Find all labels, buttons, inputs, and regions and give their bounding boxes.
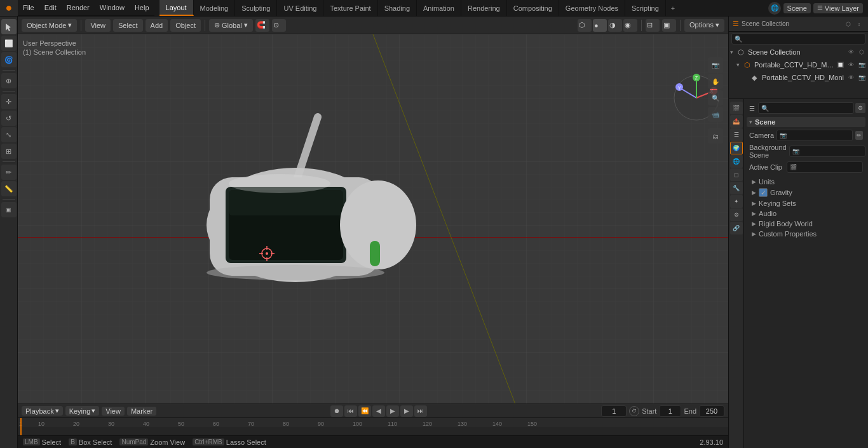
select-menu[interactable]: Select: [113, 19, 143, 32]
gravity-checkbox[interactable]: ✓: [759, 188, 768, 197]
annotate-tool[interactable]: ✏: [1, 165, 17, 180]
options-button[interactable]: Options ▾: [684, 19, 724, 32]
next-keyframe-button[interactable]: ▶: [400, 405, 413, 417]
cctv-monitor-row[interactable]: ▾ ⬡ Portable_CCTV_HD_Monitor_! 🔲 👁 📷: [729, 58, 868, 71]
add-cube-tool[interactable]: ▣: [1, 202, 17, 217]
3d-viewport[interactable]: User Perspective (1) Scene Collection X: [18, 34, 728, 404]
active-clip-value[interactable]: 🎬: [787, 161, 863, 173]
rigid-body-expandable[interactable]: ▶ Rigid Body World: [747, 219, 865, 229]
timeline-view-menu[interactable]: View: [102, 407, 125, 416]
measure-tool[interactable]: 📏: [1, 181, 17, 196]
viewport-camera2-icon[interactable]: 📹: [708, 107, 723, 122]
tab-uv-editing[interactable]: UV Editing: [277, 0, 323, 16]
transform-orientation[interactable]: ⊕ Global ▾: [209, 19, 253, 32]
box-select-tool[interactable]: ⬜: [1, 36, 17, 51]
scene-collection-row[interactable]: ▾ ⬡ Scene Collection 👁 ⬡: [729, 46, 868, 58]
playback-menu[interactable]: Playback ▾: [22, 406, 63, 416]
wireframe-shading[interactable]: ⬡: [578, 19, 592, 32]
overlay-toggle[interactable]: ⊟: [646, 19, 660, 32]
view-menu[interactable]: View: [85, 19, 111, 32]
solid-shading[interactable]: ●: [593, 19, 607, 32]
rotate-tool[interactable]: ↺: [1, 111, 17, 126]
jump-start-button[interactable]: ⏮: [344, 405, 357, 417]
menu-edit[interactable]: Edit: [39, 0, 62, 15]
cctv-sub-row[interactable]: ▾ ◆ Portable_CCTV_HD_Moni 👁 📷: [729, 71, 868, 84]
xray-toggle[interactable]: ▣: [662, 19, 676, 32]
proportional-edit[interactable]: ⊙: [272, 19, 286, 32]
prop-output-icon[interactable]: 📤: [730, 115, 743, 128]
marker-menu[interactable]: Marker: [127, 407, 156, 416]
tab-geometry-nodes[interactable]: Geometry Nodes: [559, 0, 625, 16]
tab-rendering[interactable]: Rendering: [461, 0, 507, 16]
keying-sets-expandable[interactable]: ▶ Keying Sets: [747, 198, 865, 208]
menu-render[interactable]: Render: [62, 0, 95, 15]
tab-sculpting[interactable]: Sculpting: [235, 0, 277, 16]
prop-scene-icon[interactable]: 🌍: [730, 142, 743, 154]
scene-selector[interactable]: Scene: [783, 3, 811, 13]
menu-window[interactable]: Window: [95, 0, 130, 15]
outliner-sort-btn[interactable]: ↕: [854, 19, 864, 29]
object-menu[interactable]: Object: [170, 19, 201, 32]
tab-texture-paint[interactable]: Texture Paint: [323, 0, 377, 16]
move-tool[interactable]: ✛: [1, 94, 17, 109]
viewport-magnifier-icon[interactable]: 🔍: [708, 90, 723, 105]
start-frame[interactable]: 1: [659, 405, 681, 417]
cctv-render-icon[interactable]: 📷: [857, 60, 867, 70]
camera-pick-btn[interactable]: ✏: [855, 131, 863, 140]
tab-modeling[interactable]: Modeling: [194, 0, 236, 16]
jump-end-button[interactable]: ⏭: [414, 405, 427, 417]
camera-value[interactable]: 📷: [776, 130, 853, 141]
cctv-viewport-icon[interactable]: 🔲: [835, 60, 845, 70]
tab-scripting[interactable]: Scripting: [625, 0, 666, 16]
rendered-shading[interactable]: ◉: [623, 19, 637, 32]
record-button[interactable]: ⏺: [330, 405, 343, 417]
audio-expandable[interactable]: ▶ Audio: [747, 208, 865, 219]
prop-modifier-icon[interactable]: 🔧: [730, 182, 743, 194]
custom-props-expandable[interactable]: ▶ Custom Properties: [747, 229, 865, 239]
menu-help[interactable]: Help: [130, 0, 154, 15]
prev-keyframe-button[interactable]: ◀: [372, 405, 385, 417]
tab-layout[interactable]: Layout: [159, 0, 194, 16]
snap-toggle[interactable]: 🧲: [255, 19, 269, 32]
lasso-select-tool[interactable]: 🌀: [1, 52, 17, 67]
outliner-filter-btn[interactable]: ⬡: [843, 19, 853, 29]
background-scene-value[interactable]: 📷: [789, 146, 865, 157]
select-tool[interactable]: [1, 19, 17, 34]
transform-tool[interactable]: ⊞: [1, 144, 17, 159]
prop-particles-icon[interactable]: ✦: [730, 195, 743, 208]
viewport-camera-icon[interactable]: 📷: [708, 57, 723, 72]
current-frame[interactable]: 1: [601, 405, 627, 417]
cctv-sub-eye[interactable]: 👁: [846, 72, 856, 83]
add-menu[interactable]: Add: [146, 19, 168, 32]
timeline-ruler[interactable]: 1 10 20 30 40 50 60 70 80 90 100 110: [18, 418, 728, 436]
prop-object-icon[interactable]: ◻: [730, 168, 743, 181]
view-layer-selector[interactable]: ☰ View Layer: [813, 3, 863, 13]
viewport-render-icon[interactable]: 🗂: [708, 128, 723, 144]
step-back-button[interactable]: ⏪: [358, 405, 371, 417]
cctv-eye-icon[interactable]: 👁: [846, 60, 856, 70]
add-workspace-button[interactable]: +: [666, 4, 680, 12]
prop-view-layer-icon[interactable]: ☰: [730, 128, 743, 141]
gravity-expandable[interactable]: ▶ ✓ Gravity: [747, 187, 865, 198]
props-search-input[interactable]: [758, 102, 854, 114]
scale-tool[interactable]: ⤡: [1, 127, 17, 142]
outliner-search-input[interactable]: [731, 33, 865, 44]
viewport-hand-icon[interactable]: ✋: [708, 74, 723, 89]
menu-file[interactable]: File: [18, 0, 39, 15]
tab-shading[interactable]: Shading: [378, 0, 417, 16]
cctv-sub-render[interactable]: 📷: [857, 72, 867, 83]
prop-render-icon[interactable]: 🎬: [730, 102, 743, 114]
material-shading[interactable]: ◑: [608, 19, 622, 32]
tab-animation[interactable]: Animation: [417, 0, 461, 16]
play-button[interactable]: ▶: [386, 405, 399, 417]
keying-menu[interactable]: Keying ▾: [65, 406, 100, 416]
prop-physics-icon[interactable]: ⚙: [730, 208, 743, 221]
units-expandable[interactable]: ▶ Units: [747, 177, 865, 187]
prop-constraints-icon[interactable]: 🔗: [730, 222, 743, 234]
cursor-tool[interactable]: ⊕: [1, 73, 17, 88]
end-frame[interactable]: 250: [699, 405, 724, 417]
mode-selector[interactable]: Object Mode ▾: [22, 19, 77, 32]
tab-compositing[interactable]: Compositing: [507, 0, 559, 16]
scene-section-header[interactable]: ▾ Scene: [747, 117, 865, 127]
prop-world-icon[interactable]: 🌐: [730, 155, 743, 168]
